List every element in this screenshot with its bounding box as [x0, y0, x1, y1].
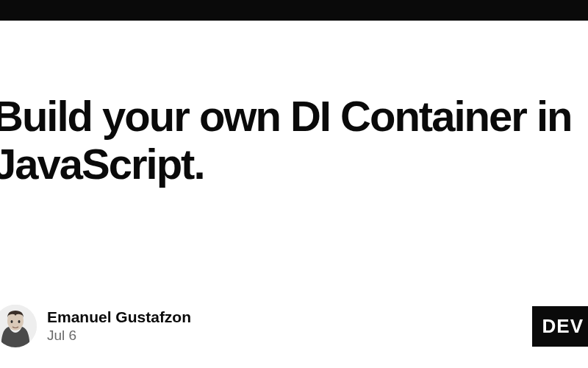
dev-logo-badge: DEV: [532, 306, 588, 347]
article-content: Build your own DI Container in JavaScrip…: [0, 93, 588, 188]
article-title: Build your own DI Container in JavaScrip…: [0, 93, 588, 188]
author-row: Emanuel Gustafzon Jul 6 DEV: [0, 305, 588, 347]
author-info: Emanuel Gustafzon Jul 6: [0, 305, 191, 347]
svg-point-2: [11, 320, 13, 323]
publish-date: Jul 6: [47, 328, 191, 344]
author-text: Emanuel Gustafzon Jul 6: [47, 308, 191, 344]
header-bar: [0, 0, 588, 21]
svg-point-3: [18, 320, 21, 323]
author-avatar: [0, 305, 37, 347]
avatar-icon: [0, 305, 37, 347]
author-name: Emanuel Gustafzon: [47, 308, 191, 326]
